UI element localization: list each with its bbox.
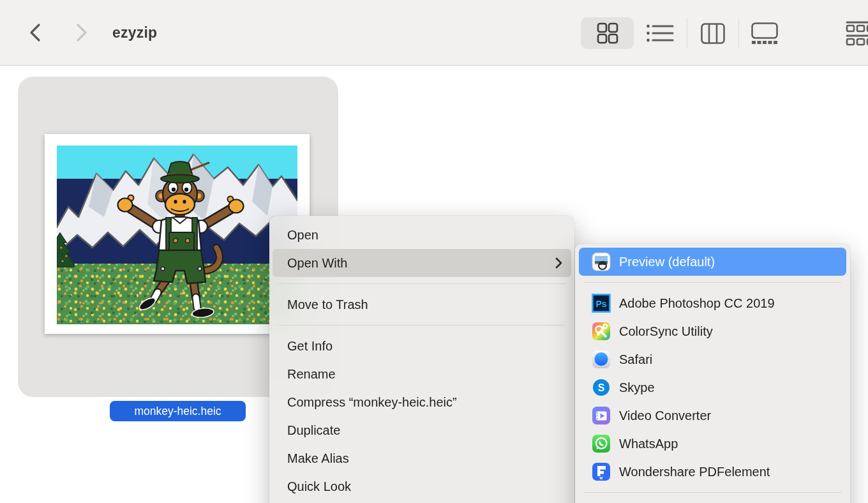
filename-label[interactable]: monkey-heic.heic bbox=[110, 401, 246, 421]
column-view-icon bbox=[701, 23, 725, 44]
submenu-item-video-converter[interactable]: Video Converter bbox=[579, 402, 846, 430]
window-title: ezyzip bbox=[112, 0, 157, 66]
back-button[interactable] bbox=[28, 23, 43, 42]
menu-separator bbox=[584, 282, 841, 283]
menu-separator bbox=[278, 283, 565, 284]
submenu-item-wondershare-pdfelement[interactable]: w Wondershare PDFelement bbox=[579, 458, 846, 486]
menu-item-duplicate[interactable]: Duplicate bbox=[273, 416, 571, 444]
toolbar-separator bbox=[738, 19, 739, 47]
menu-item-make-alias[interactable]: Make Alias bbox=[273, 444, 571, 472]
submenu-item-label: ColorSync Utility bbox=[619, 324, 713, 339]
photoshop-app-icon: Ps bbox=[592, 294, 611, 313]
menu-item-compress[interactable]: Compress “monkey-heic.heic” bbox=[273, 388, 571, 416]
menu-item-rename[interactable]: Rename bbox=[273, 360, 571, 388]
wondershare-pdfelement-app-icon: w bbox=[592, 462, 611, 481]
group-view-button[interactable] bbox=[844, 17, 868, 49]
colorsync-app-icon bbox=[592, 322, 611, 341]
safari-app-icon bbox=[592, 350, 611, 369]
context-menu: Open Open With Move to Trash Get Info Re… bbox=[269, 216, 574, 503]
submenu-item-label: Safari bbox=[619, 352, 652, 367]
chevron-forward-icon bbox=[73, 23, 89, 42]
submenu-item-label: Wondershare PDFelement bbox=[619, 465, 770, 479]
column-view-button[interactable] bbox=[697, 17, 729, 49]
submenu-chevron-icon bbox=[555, 257, 562, 269]
list-view-icon bbox=[646, 22, 675, 44]
submenu-item-label: WhatsApp bbox=[619, 437, 678, 451]
icon-view-button[interactable] bbox=[581, 17, 634, 49]
menu-item-get-info[interactable]: Get Info bbox=[273, 332, 571, 360]
skype-app-icon: S bbox=[592, 378, 611, 397]
monkey-illustration bbox=[57, 146, 297, 324]
video-converter-app-icon bbox=[592, 406, 611, 425]
menu-separator bbox=[278, 325, 565, 326]
grid-view-icon bbox=[597, 22, 618, 44]
submenu-item-photoshop[interactable]: Ps Adobe Photoshop CC 2019 bbox=[579, 289, 846, 317]
submenu-item-whatsapp[interactable]: WhatsApp bbox=[579, 430, 846, 458]
forward-button[interactable] bbox=[73, 23, 89, 42]
open-with-submenu: Preview (default) Ps Adobe Photoshop CC … bbox=[575, 244, 850, 503]
group-view-icon bbox=[846, 20, 868, 47]
submenu-item-skype[interactable]: S Skype bbox=[579, 373, 846, 402]
submenu-item-label: Preview (default) bbox=[619, 255, 715, 269]
chevron-back-icon bbox=[28, 23, 43, 42]
gallery-view-icon bbox=[751, 22, 778, 44]
finder-toolbar: ezyzip bbox=[0, 0, 868, 66]
menu-item-open-with[interactable]: Open With bbox=[273, 249, 571, 277]
submenu-item-label: Skype bbox=[619, 380, 655, 395]
svg-text:S: S bbox=[598, 382, 605, 393]
menu-item-quick-look[interactable]: Quick Look bbox=[273, 472, 571, 500]
gallery-view-button[interactable] bbox=[748, 17, 781, 49]
submenu-item-label: Adobe Photoshop CC 2019 bbox=[619, 296, 775, 311]
submenu-item-safari[interactable]: Safari bbox=[579, 345, 846, 373]
whatsapp-app-icon bbox=[592, 434, 611, 453]
svg-text:w: w bbox=[599, 476, 603, 480]
submenu-item-label: Video Converter bbox=[619, 409, 711, 423]
list-view-button[interactable] bbox=[643, 17, 678, 49]
svg-text:Ps: Ps bbox=[595, 299, 606, 309]
preview-app-icon bbox=[592, 252, 611, 271]
menu-separator bbox=[584, 492, 841, 493]
menu-item-move-to-trash[interactable]: Move to Trash bbox=[273, 290, 571, 319]
toolbar-separator bbox=[687, 19, 687, 47]
submenu-item-colorsync[interactable]: ColorSync Utility bbox=[579, 317, 846, 345]
submenu-item-preview[interactable]: Preview (default) bbox=[579, 248, 846, 276]
menu-item-open[interactable]: Open bbox=[273, 221, 571, 249]
